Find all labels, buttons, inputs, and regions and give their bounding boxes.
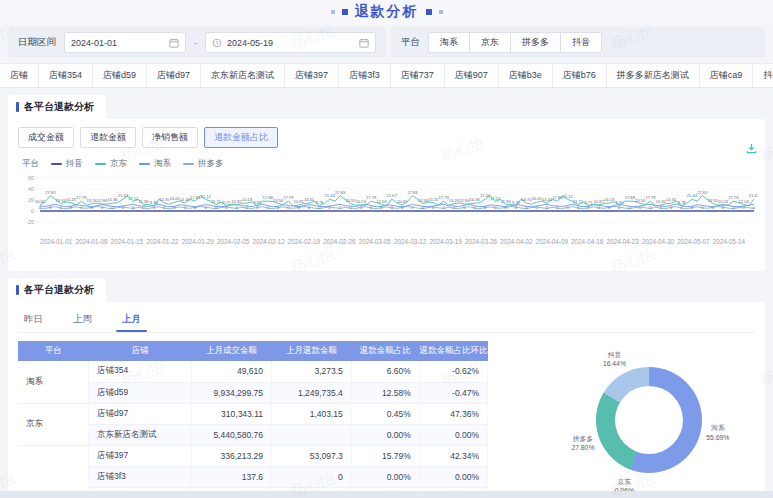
svg-text:0: 0 xyxy=(111,205,114,210)
x-axis-tick: 2024-03-12 xyxy=(394,238,426,245)
donut-chart[interactable] xyxy=(596,367,702,473)
legend-item-label: 淘系 xyxy=(154,158,171,170)
value-cell: 0.00% xyxy=(419,466,487,487)
svg-text:0: 0 xyxy=(649,205,652,210)
title-deco-square xyxy=(331,10,335,14)
svg-text:12.04: 12.04 xyxy=(376,199,387,204)
x-axis-tick: 2024-01-15 xyxy=(111,238,143,245)
value-cell: 6.60% xyxy=(351,361,419,382)
bottom-scroll-track[interactable] xyxy=(0,491,773,498)
x-axis-tick: 2024-03-19 xyxy=(429,238,461,245)
period-tab[interactable]: 昨日 xyxy=(22,310,45,332)
svg-text:17.79: 17.79 xyxy=(283,195,294,200)
store-tab[interactable]: 京东新店名测试 xyxy=(201,64,285,87)
x-axis-labels: 2024-01-012024-01-082024-01-152024-01-22… xyxy=(40,238,745,245)
x-axis-tick: 2024-02-19 xyxy=(288,238,320,245)
x-axis-tick: 2024-03-05 xyxy=(359,238,391,245)
platform-button-京东[interactable]: 京东 xyxy=(469,32,511,53)
platform-button-group: 淘系京东拼多多抖音 xyxy=(428,32,602,53)
platform-button-抖音[interactable]: 抖音 xyxy=(560,32,602,53)
donut-chart-zone: 淘系55.69%京东0.06%拼多多27.80%抖音16.44% xyxy=(488,341,755,498)
legend-title: 平台 xyxy=(22,158,39,170)
store-tab[interactable]: 店铺907 xyxy=(445,64,499,87)
donut-slice-label: 淘系55.69% xyxy=(706,423,729,441)
svg-text:-20: -20 xyxy=(26,219,34,225)
store-tab[interactable]: 店铺737 xyxy=(391,64,445,87)
store-tab[interactable]: 店铺354 xyxy=(39,64,93,87)
store-tab[interactable]: 店铺3f3 xyxy=(339,64,391,87)
store-tab[interactable]: 店铺b76 xyxy=(553,64,607,87)
value-cell: 5,440,580.76 xyxy=(192,424,272,445)
donut-label-name: 抖音 xyxy=(603,350,626,359)
svg-text:11.96: 11.96 xyxy=(501,199,512,204)
store-tab[interactable]: 店铺d59 xyxy=(93,64,147,87)
store-tab[interactable]: 店铺397 xyxy=(285,64,339,87)
platform-button-淘系[interactable]: 淘系 xyxy=(428,32,470,53)
metric-button[interactable]: 退款金额占比 xyxy=(204,127,278,148)
metric-button[interactable]: 退款金额 xyxy=(80,127,136,148)
date-start-input[interactable]: 2024-01-01 xyxy=(64,32,186,53)
x-axis-tick: 2024-01-22 xyxy=(146,238,178,245)
calendar-icon[interactable] xyxy=(169,38,179,48)
platform-cell: 淘系 xyxy=(18,361,88,403)
section2-title: 各平台退款分析 xyxy=(24,283,94,297)
svg-text:27.83: 27.83 xyxy=(407,190,418,195)
svg-text:0: 0 xyxy=(422,205,425,210)
section2-title-tab: 各平台退款分析 xyxy=(8,278,106,302)
x-axis-tick: 2024-04-16 xyxy=(571,238,603,245)
legend-item[interactable]: 抖音 xyxy=(51,158,83,170)
date-end-input[interactable]: 2024-05-19 xyxy=(205,32,376,53)
svg-text:0: 0 xyxy=(31,208,34,214)
legend-item[interactable]: 拼多多 xyxy=(183,158,224,170)
store-cell: 店铺354 xyxy=(88,361,191,382)
store-tab[interactable]: 店铺d97 xyxy=(147,64,201,87)
x-axis-tick: 2024-02-12 xyxy=(252,238,284,245)
svg-text:0: 0 xyxy=(629,205,632,210)
svg-text:10.65: 10.65 xyxy=(35,199,46,204)
svg-text:11.71: 11.71 xyxy=(211,199,222,204)
period-tab[interactable]: 上月 xyxy=(120,310,143,332)
x-axis-tick: 2024-05-14 xyxy=(713,238,745,245)
svg-text:0: 0 xyxy=(753,205,756,210)
legend-marker-icon xyxy=(183,163,194,166)
value-cell: 0.00% xyxy=(351,424,419,445)
value-cell: 0.00% xyxy=(351,466,419,487)
svg-text:20: 20 xyxy=(28,197,34,203)
platform-button-拼多多[interactable]: 拼多多 xyxy=(510,32,561,53)
svg-text:12.04: 12.04 xyxy=(739,199,750,204)
date-end-value: 2024-05-19 xyxy=(227,38,354,48)
x-axis-tick: 2024-04-02 xyxy=(500,238,532,245)
download-icon[interactable] xyxy=(746,143,757,154)
section-marker xyxy=(16,102,19,112)
section2-header: 各平台退款分析 xyxy=(8,278,765,302)
metric-button[interactable]: 净销售额 xyxy=(142,127,198,148)
metric-button[interactable]: 成交金额 xyxy=(18,127,74,148)
store-tab[interactable]: 店铺ca9 xyxy=(700,64,754,87)
donut-label-percent: 55.69% xyxy=(706,432,729,441)
donut-label-percent: 16.44% xyxy=(603,359,626,368)
legend-item[interactable]: 淘系 xyxy=(139,158,171,170)
svg-text:11.71: 11.71 xyxy=(573,199,584,204)
value-cell: 49,610 xyxy=(192,361,272,382)
period-tab[interactable]: 上周 xyxy=(71,310,94,332)
store-tab[interactable]: 店铺b3e xyxy=(499,64,553,87)
filter-bar: 日期区间 2024-01-01 - 2024-05-19 平台 淘系京东拼多多抖… xyxy=(0,24,773,63)
section1-title-tab: 各平台退款分析 xyxy=(8,95,106,119)
x-axis-tick: 2024-01-01 xyxy=(40,238,72,245)
refund-table: 平台店铺上月成交金额上月退款金额退款金额占比退款金额占比环比 淘系店铺35449… xyxy=(18,341,488,498)
value-cell: 0.45% xyxy=(351,403,419,424)
store-tab[interactable]: 抖音新店名测试2 xyxy=(753,64,773,87)
svg-text:17.84: 17.84 xyxy=(190,195,201,200)
svg-text:21.12: 21.12 xyxy=(563,194,574,199)
svg-text:14.70: 14.70 xyxy=(521,197,532,202)
svg-text:17.52: 17.52 xyxy=(128,196,139,201)
svg-text:0: 0 xyxy=(732,205,735,210)
calendar-icon[interactable] xyxy=(359,38,369,48)
svg-text:21.12: 21.12 xyxy=(200,194,211,199)
store-filter-label: 店铺 xyxy=(0,64,39,87)
legend-marker-icon xyxy=(95,163,106,166)
store-tab[interactable]: 拼多多新店名测试 xyxy=(607,64,700,87)
legend-item[interactable]: 京东 xyxy=(95,158,127,170)
svg-text:0: 0 xyxy=(525,205,528,210)
svg-text:0: 0 xyxy=(318,205,321,210)
